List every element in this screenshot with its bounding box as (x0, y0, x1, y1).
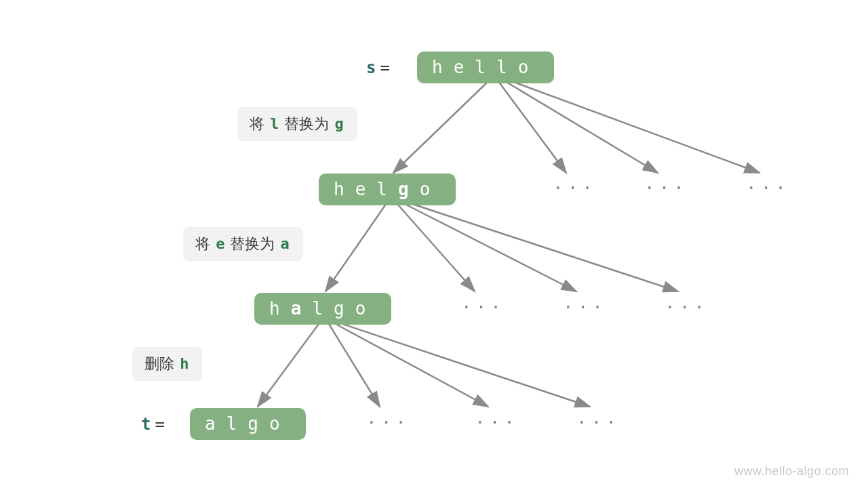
arrow (505, 81, 658, 173)
arrow (403, 203, 576, 291)
ellipsis: ··· (563, 297, 607, 317)
op-code: l (269, 115, 280, 132)
node-char: h (334, 179, 355, 199)
arrow (410, 203, 678, 291)
node-char: a (291, 298, 313, 319)
op-code: h (178, 355, 190, 372)
op-replace-l-g: 将 l 替换为 g (237, 107, 357, 141)
op-code: a (279, 235, 291, 252)
node-char: o (420, 179, 441, 199)
ellipsis: ··· (553, 178, 597, 198)
ellipsis: ··· (746, 178, 790, 198)
node-char: a (205, 413, 226, 434)
ellipsis: ··· (665, 297, 709, 317)
source-var-label: s= (366, 58, 394, 77)
ellipsis: ··· (461, 297, 505, 317)
op-code: e (214, 235, 226, 252)
node-char: g (248, 413, 269, 434)
node-char: l (312, 298, 334, 319)
equals-sign: = (155, 415, 164, 434)
node-char: h (432, 57, 454, 77)
node-char: l (475, 57, 496, 77)
arrow (498, 81, 566, 173)
op-code: g (334, 115, 345, 132)
equals-sign: = (380, 58, 389, 77)
node-char: h (269, 298, 291, 319)
arrow (326, 203, 387, 291)
node-char: l (226, 413, 248, 434)
ellipsis: ··· (576, 412, 620, 432)
op-text: 替换为 (280, 115, 333, 132)
op-text: 将 (250, 115, 269, 132)
op-delete-h: 删除 h (132, 347, 202, 381)
arrow (258, 324, 319, 407)
ellipsis: ··· (475, 412, 519, 432)
ellipsis: ··· (644, 178, 688, 198)
node-char: e (355, 179, 377, 199)
node-char: e (454, 57, 475, 77)
watermark: www.hello-algo.com (734, 464, 849, 479)
node-halgo: halgo (254, 293, 391, 325)
diagram-stage: s= hello 将 l 替换为 g helgo ··· ··· ··· 将 e… (0, 0, 868, 488)
var-t: t (141, 415, 151, 434)
op-replace-e-a: 将 e 替换为 a (183, 227, 303, 261)
target-var-label: t= (141, 415, 169, 434)
var-s: s (366, 58, 376, 77)
arrow (393, 81, 488, 173)
arrow (342, 324, 590, 407)
arrow (512, 81, 760, 173)
node-algo: algo (190, 408, 306, 440)
node-char: o (355, 298, 377, 319)
node-char: g (398, 179, 420, 199)
node-char: l (496, 57, 518, 77)
ellipsis: ··· (366, 412, 410, 432)
node-char: o (269, 413, 291, 434)
arrow (336, 324, 488, 407)
node-hello: hello (417, 52, 554, 83)
node-char: o (518, 57, 540, 77)
op-text: 删除 (144, 355, 178, 372)
node-char: g (334, 298, 355, 319)
arrow (329, 324, 380, 407)
node-char: l (376, 179, 398, 199)
op-text: 将 (195, 235, 214, 252)
op-text: 替换为 (226, 235, 279, 252)
node-helgo: helgo (319, 174, 456, 205)
arrow (397, 203, 475, 291)
